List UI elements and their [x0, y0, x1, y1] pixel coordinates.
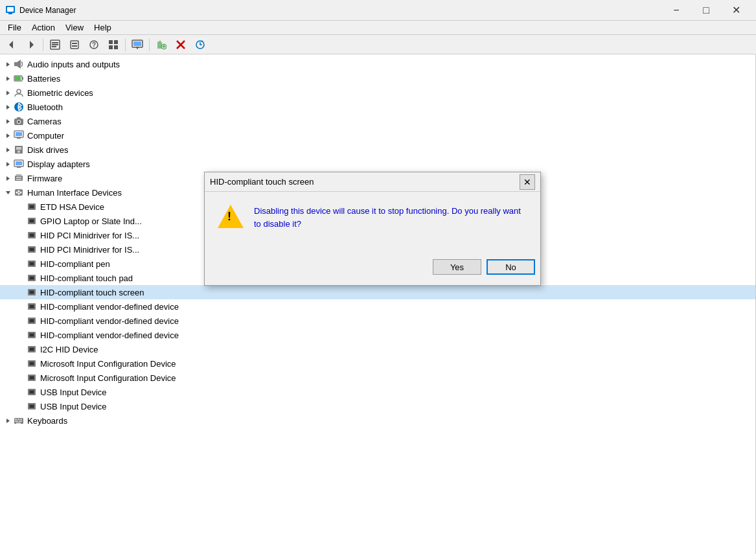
dialog-warning-row: Disabling this device will cause it to s…	[218, 205, 527, 231]
warning-triangle	[218, 205, 244, 228]
dialog-body: Disabling this device will cause it to s…	[205, 192, 540, 259]
dialog-close-button[interactable]: ✕	[520, 174, 535, 190]
dialog-overlay: HID-compliant touch screen ✕ Disabling t…	[0, 0, 756, 554]
dialog-no-button[interactable]: No	[487, 259, 535, 275]
dialog-titlebar: HID-compliant touch screen ✕	[205, 172, 540, 192]
dialog-title: HID-compliant touch screen	[210, 177, 520, 187]
disable-device-dialog: HID-compliant touch screen ✕ Disabling t…	[204, 172, 541, 286]
dialog-buttons: Yes No	[205, 259, 540, 285]
warning-icon	[218, 205, 244, 231]
dialog-message: Disabling this device will cause it to s…	[254, 205, 527, 230]
dialog-yes-button[interactable]: Yes	[433, 259, 481, 275]
